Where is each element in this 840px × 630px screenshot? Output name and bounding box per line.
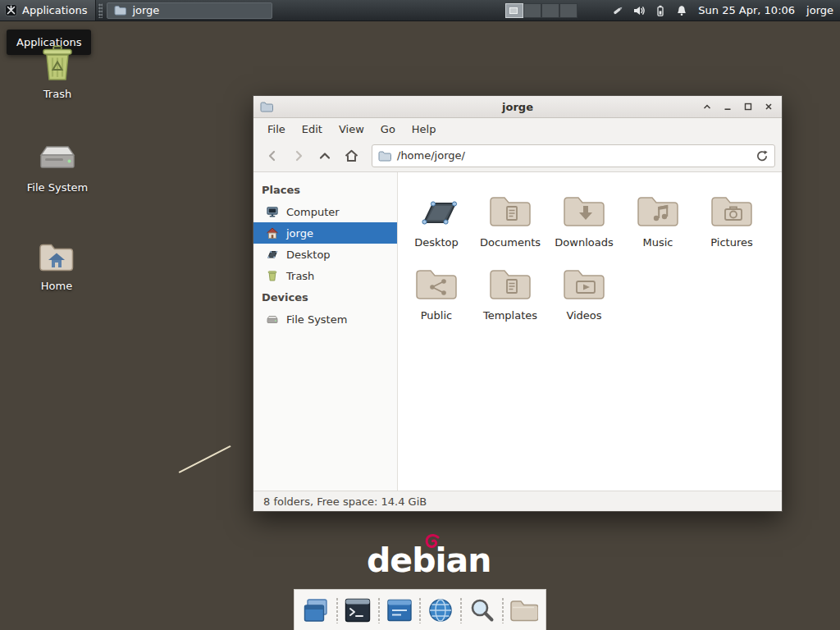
location-folder-icon xyxy=(378,150,391,162)
applications-menu-button[interactable]: Applications xyxy=(0,0,96,21)
terminal-launcher[interactable] xyxy=(342,595,373,626)
sidebar-item-label: Computer xyxy=(286,206,340,218)
window-controls xyxy=(699,99,777,114)
dock-separator xyxy=(377,597,381,623)
workspace-switcher xyxy=(505,3,578,18)
sidebar-item-computer[interactable]: Computer xyxy=(253,201,397,222)
taskbar-item-label: jorge xyxy=(132,4,159,16)
workspace-3[interactable] xyxy=(541,3,559,18)
menu-go[interactable]: Go xyxy=(373,121,403,138)
workspace-window-preview xyxy=(509,7,518,14)
statusbar: 8 folders, Free space: 14.4 GiB xyxy=(253,491,782,511)
drive-icon xyxy=(38,141,77,176)
file-item-templates[interactable]: Templates xyxy=(473,260,547,322)
taskbar-item-jorge[interactable]: jorge xyxy=(107,2,272,19)
file-item-public[interactable]: Public xyxy=(399,260,473,322)
minimize-button[interactable] xyxy=(719,99,736,114)
folder-music-icon xyxy=(635,191,681,229)
sidebar-item-file-system[interactable]: File System xyxy=(253,308,397,330)
sidebar-item-jorge[interactable]: jorge xyxy=(253,222,397,244)
dock-separator xyxy=(459,597,463,623)
applications-menu-label: Applications xyxy=(22,4,87,16)
sidebar-item-label: Desktop xyxy=(286,249,331,261)
stylus-tray-icon[interactable] xyxy=(610,3,624,17)
folder-documents-icon xyxy=(487,191,533,229)
folder-videos-icon xyxy=(561,264,607,302)
show-desktop-icon xyxy=(302,596,331,625)
battery-tray-icon[interactable] xyxy=(653,3,667,17)
sidebar-item-trash[interactable]: Trash xyxy=(253,265,397,286)
web-browser-launcher[interactable] xyxy=(425,595,456,626)
reload-icon[interactable] xyxy=(756,149,769,162)
home-folder-icon xyxy=(37,240,76,274)
desktop-icon-label: File System xyxy=(27,181,88,194)
trash-icon xyxy=(266,269,279,282)
menu-edit[interactable]: Edit xyxy=(294,121,330,138)
folder-pictures-icon xyxy=(709,191,755,229)
notifications-tray-icon[interactable] xyxy=(674,3,688,17)
show-desktop-launcher[interactable] xyxy=(301,595,332,626)
file-item-label: Templates xyxy=(483,309,537,322)
workspace-2[interactable] xyxy=(523,3,541,18)
location-bar[interactable]: /home/jorge/ xyxy=(372,144,775,167)
file-item-downloads[interactable]: Downloads xyxy=(547,187,621,249)
file-item-pictures[interactable]: Pictures xyxy=(695,187,769,249)
file-manager-folder-icon xyxy=(509,597,538,623)
desktop-icon-label: Trash xyxy=(43,88,71,100)
user-desktop-icon xyxy=(413,191,459,229)
app-finder-magnifier-icon xyxy=(468,596,497,625)
titlebar[interactable]: jorge xyxy=(253,96,782,118)
file-item-label: Public xyxy=(421,309,452,322)
file-item-label: Documents xyxy=(480,236,541,249)
window-manager-icon xyxy=(385,596,414,625)
sidebar-item-label: jorge xyxy=(286,227,313,240)
sidebar-item-desktop[interactable]: Desktop xyxy=(253,244,397,265)
file-item-documents[interactable]: Documents xyxy=(473,187,547,249)
panel-handle xyxy=(98,3,103,18)
panel-username[interactable]: jorge xyxy=(806,4,833,16)
up-button[interactable] xyxy=(313,144,337,167)
dock-separator xyxy=(418,597,422,623)
window-content: Places Computer xyxy=(253,172,782,491)
system-tray xyxy=(610,3,688,17)
dock-panel xyxy=(294,589,546,630)
devices-header: Devices xyxy=(253,286,397,308)
desktop-artifact-line xyxy=(179,445,231,473)
file-item-music[interactable]: Music xyxy=(621,187,695,249)
window-icon xyxy=(114,5,126,16)
desktop-icon-file-system[interactable]: File System xyxy=(18,141,97,194)
sidebar-item-label: Trash xyxy=(286,270,314,282)
location-text: /home/jorge/ xyxy=(397,149,750,162)
file-item-videos[interactable]: Videos xyxy=(547,260,621,322)
clock[interactable]: Sun 25 Apr, 10:06 xyxy=(698,4,795,16)
web-browser-globe-icon xyxy=(426,596,455,625)
app-finder-launcher[interactable] xyxy=(467,595,498,626)
sidebar: Places Computer xyxy=(253,172,398,491)
trash-icon xyxy=(38,44,77,82)
folder-templates-icon xyxy=(487,264,533,302)
file-manager-launcher[interactable] xyxy=(508,595,539,626)
desktop-icon-home[interactable]: Home xyxy=(17,240,96,292)
menu-view[interactable]: View xyxy=(331,121,372,138)
close-button[interactable] xyxy=(760,99,777,114)
maximize-button[interactable] xyxy=(740,99,756,114)
menu-help[interactable]: Help xyxy=(404,121,444,138)
computer-icon xyxy=(266,205,279,218)
desktop: Applications jorge xyxy=(0,0,840,630)
home-button[interactable] xyxy=(339,144,363,167)
forward-button[interactable] xyxy=(286,144,311,167)
back-button[interactable] xyxy=(260,144,285,167)
file-item-label: Music xyxy=(643,236,673,249)
workspace-4[interactable] xyxy=(559,3,578,18)
menu-file[interactable]: File xyxy=(260,121,293,138)
volume-tray-icon[interactable] xyxy=(632,3,646,17)
workspace-1[interactable] xyxy=(505,3,523,18)
desktop-icon-trash[interactable]: Trash xyxy=(18,44,97,100)
shade-button[interactable] xyxy=(699,99,715,114)
top-panel: Applications jorge xyxy=(0,0,840,21)
desktop-icon-label: Home xyxy=(41,280,72,292)
file-item-desktop[interactable]: Desktop xyxy=(399,187,473,249)
places-header: Places xyxy=(253,179,397,201)
window-manager-launcher[interactable] xyxy=(384,595,415,626)
folder-downloads-icon xyxy=(561,191,607,229)
